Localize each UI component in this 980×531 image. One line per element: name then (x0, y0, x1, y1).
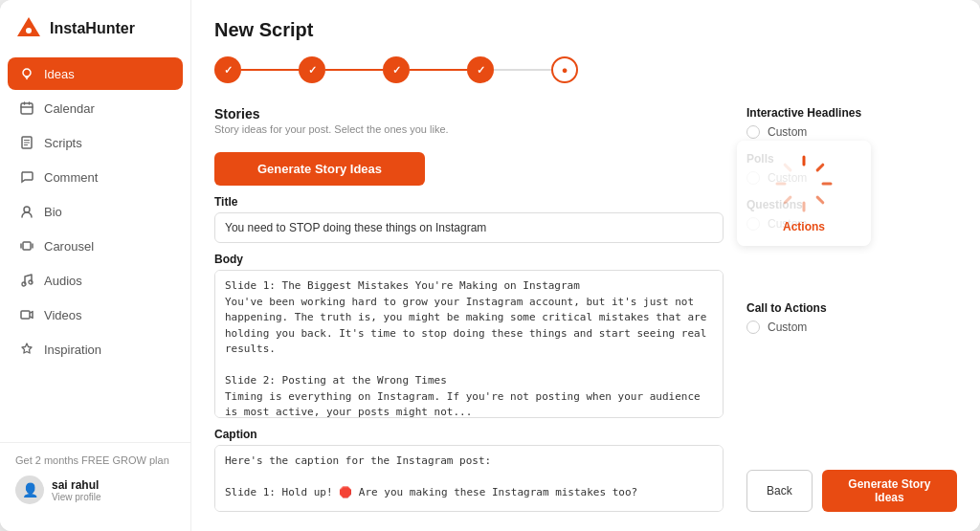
interactive-headlines-section: Interactive Headlines Custom (746, 106, 957, 143)
body-field-group: Body (214, 253, 724, 418)
svg-point-1 (26, 28, 32, 33)
sidebar-navigation: Ideas Calendar (0, 57, 190, 442)
step-line-1 (241, 69, 299, 71)
actions-label: Actions (783, 220, 825, 233)
view-profile-link[interactable]: View profile (52, 492, 101, 502)
sidebar-footer: Get 2 months FREE GROW plan 👤 sai rahul … (0, 442, 190, 516)
generate-story-button[interactable]: Generate Story Ideas (822, 470, 957, 512)
generate-ideas-button[interactable]: Generate Story Ideas (214, 152, 425, 186)
sidebar-item-scripts[interactable]: Scripts (8, 126, 183, 159)
user-info: sai rahul View profile (52, 478, 101, 502)
stories-section-subtitle: Story ideas for your post. Select the on… (214, 123, 724, 135)
step-line-3 (410, 69, 467, 71)
videos-icon (19, 307, 34, 322)
logo-icon (15, 15, 42, 42)
step-2[interactable]: ✓ (299, 56, 325, 83)
main-content: New Script ✓ ✓ ✓ ✓ ● Stories Story ideas… (191, 0, 980, 531)
sidebar-item-audios-label: Audios (44, 274, 82, 288)
user-name: sai rahul (52, 478, 101, 492)
svg-rect-6 (23, 242, 31, 250)
inspiration-icon (19, 342, 34, 357)
sidebar-item-bio[interactable]: Bio (8, 195, 183, 228)
cta-custom-label: Custom (768, 321, 807, 334)
call-to-actions-title: Call to Actions (746, 301, 957, 315)
sidebar-item-carousel-label: Carousel (44, 239, 94, 254)
title-field-group: Title (214, 195, 724, 243)
call-to-actions-section: Call to Actions Custom (746, 301, 957, 338)
step-1[interactable]: ✓ (214, 56, 241, 83)
caption-textarea[interactable] (214, 445, 724, 512)
sidebar-item-audios[interactable]: Audios (8, 264, 183, 297)
svg-point-5 (24, 207, 30, 212)
caption-label: Caption (214, 428, 724, 441)
sidebar-item-bio-label: Bio (44, 205, 62, 219)
sidebar-logo: InstaHunter (0, 15, 190, 57)
svg-rect-3 (21, 103, 33, 114)
body-textarea[interactable] (214, 270, 724, 418)
actions-loading-overlay: Actions (737, 141, 871, 246)
sidebar-item-inspiration-label: Inspiration (44, 343, 101, 357)
svg-line-11 (817, 165, 823, 170)
interactive-headlines-custom-label: Custom (768, 125, 807, 139)
carousel-icon (19, 238, 34, 254)
sidebar-item-scripts-label: Scripts (44, 136, 82, 150)
questions-section: Questions Custom (746, 198, 957, 234)
sidebar-item-calendar-label: Calendar (44, 101, 95, 116)
title-input[interactable] (214, 212, 724, 243)
sidebar-item-comment[interactable]: Comment (8, 161, 183, 193)
sidebar-item-calendar[interactable]: Calendar (8, 92, 183, 124)
sidebar-item-videos-label: Videos (44, 308, 82, 322)
calendar-icon (19, 100, 34, 116)
svg-point-8 (29, 280, 33, 284)
avatar: 👤 (15, 476, 44, 504)
bottom-buttons: Back Generate Story Ideas (746, 460, 957, 512)
bio-icon (19, 204, 34, 219)
sidebar: InstaHunter Ideas (0, 0, 191, 531)
body-label: Body (214, 253, 724, 266)
interactive-headlines-custom[interactable]: Custom (746, 125, 957, 139)
title-label: Title (214, 195, 724, 209)
svg-line-15 (785, 197, 791, 203)
comment-icon (19, 169, 34, 185)
caption-field-group: Caption (214, 428, 724, 512)
app-container: InstaHunter Ideas (0, 0, 980, 531)
step-3[interactable]: ✓ (383, 56, 410, 83)
loading-spinner (773, 153, 835, 214)
page-title: New Script (214, 19, 957, 41)
svg-line-17 (785, 165, 791, 170)
step-line-4 (494, 69, 551, 71)
form-area: Stories Story ideas for your post. Selec… (214, 106, 957, 512)
scripts-icon (19, 135, 34, 150)
user-profile[interactable]: 👤 sai rahul View profile (15, 476, 175, 504)
svg-line-13 (817, 197, 823, 203)
stepper: ✓ ✓ ✓ ✓ ● (214, 56, 957, 83)
step-4[interactable]: ✓ (467, 56, 494, 83)
app-name: InstaHunter (50, 20, 135, 37)
right-panel: Interactive Headlines Custom Polls Custo… (746, 106, 957, 512)
grow-plan-text: Get 2 months FREE GROW plan (15, 454, 175, 466)
interactive-headlines-title: Interactive Headlines (746, 106, 957, 120)
step-line-2 (325, 69, 383, 71)
cta-radio-circle (746, 321, 760, 334)
sidebar-item-inspiration[interactable]: Inspiration (8, 333, 183, 365)
sidebar-item-ideas[interactable]: Ideas (8, 57, 183, 90)
radio-circle (746, 125, 760, 139)
svg-point-7 (22, 282, 26, 286)
sidebar-item-ideas-label: Ideas (44, 67, 75, 81)
spinner-wrapper (773, 153, 835, 214)
cta-custom[interactable]: Custom (746, 321, 957, 334)
svg-point-2 (23, 69, 31, 77)
stories-section-title: Stories (214, 106, 724, 122)
audios-icon (19, 273, 34, 288)
sidebar-item-videos[interactable]: Videos (8, 299, 183, 331)
back-button[interactable]: Back (746, 470, 813, 512)
svg-rect-9 (21, 311, 30, 319)
left-panel: Stories Story ideas for your post. Selec… (214, 106, 724, 512)
step-5[interactable]: ● (551, 56, 578, 83)
right-inner: Interactive Headlines Custom Polls Custo… (746, 106, 957, 449)
sidebar-item-carousel[interactable]: Carousel (8, 230, 183, 262)
stories-header: Stories Story ideas for your post. Selec… (214, 106, 724, 143)
sidebar-item-comment-label: Comment (44, 170, 98, 185)
ideas-icon (19, 66, 34, 81)
